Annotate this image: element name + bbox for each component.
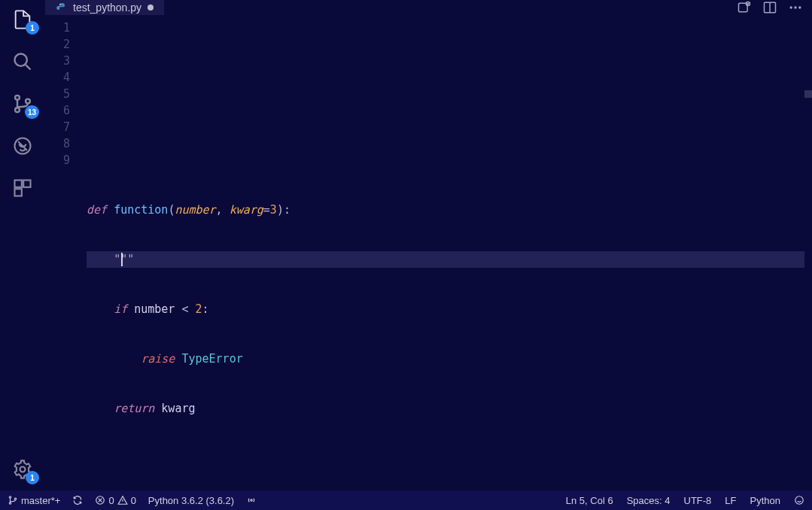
keyword-return: return [114, 402, 154, 415]
param-kwarg: kwarg [230, 203, 263, 217]
svg-point-8 [20, 467, 26, 472]
sync-icon [72, 495, 83, 505]
eol-status[interactable]: LF [725, 495, 736, 506]
language-mode-status[interactable]: Python [750, 495, 780, 506]
error-count: 0 [108, 495, 114, 506]
svg-point-15 [798, 6, 801, 8]
debug-disabled-icon[interactable] [11, 134, 35, 158]
indentation-status[interactable]: Spaces: 4 [627, 495, 671, 506]
activity-bar: 1 13 1 [0, 0, 45, 490]
keyword-def: def [87, 203, 107, 217]
line-number: 5 [45, 86, 70, 102]
tab-label: test_python.py [73, 2, 141, 14]
python-file-icon [56, 2, 67, 14]
svg-point-1 [15, 96, 20, 100]
svg-rect-5 [15, 181, 22, 187]
minimap-slider[interactable] [804, 90, 812, 98]
broadcast-icon [246, 495, 257, 505]
tab-test-python[interactable]: test_python.py [45, 0, 164, 15]
encoding-status[interactable]: UTF-8 [684, 495, 712, 506]
tab-bar: test_python.py [45, 0, 812, 15]
svg-point-3 [26, 99, 30, 104]
svg-point-16 [9, 496, 11, 498]
docstring-quotes: """ [114, 253, 134, 266]
cursor-position-status[interactable]: Ln 5, Col 6 [566, 495, 613, 506]
sync-status[interactable] [72, 495, 83, 505]
active-line: """ [87, 251, 804, 268]
search-icon[interactable] [11, 50, 35, 74]
svg-point-0 [15, 54, 27, 66]
param-number: number [175, 203, 215, 217]
line-number: 1 [45, 20, 70, 36]
line-number: 6 [45, 102, 70, 119]
code-editor[interactable]: 1 2 3 4 5 6 7 8 9 def function(number, k… [45, 15, 812, 490]
dirty-indicator-icon [147, 5, 154, 11]
line-number: 4 [45, 69, 70, 86]
explorer-badge: 1 [26, 21, 39, 35]
keyword-raise: raise [141, 352, 175, 366]
svg-point-21 [795, 496, 804, 505]
feedback-status[interactable] [794, 495, 804, 505]
editor-column: test_python.py 1 2 3 4 5 [45, 0, 812, 490]
svg-point-2 [15, 108, 20, 112]
type-error: TypeError [181, 352, 242, 366]
split-editor-icon[interactable] [762, 0, 777, 15]
tab-actions [737, 0, 812, 15]
svg-rect-7 [15, 189, 22, 196]
source-control-icon[interactable]: 13 [11, 92, 35, 116]
line-number: 8 [45, 135, 70, 152]
svg-point-14 [794, 6, 796, 8]
text-cursor [121, 253, 123, 266]
scm-badge: 13 [25, 105, 39, 119]
line-number: 2 [45, 36, 70, 53]
line-number: 7 [45, 119, 70, 135]
status-bar: master*+ 0 0 Python 3.6.2 (3.6.2) Ln 5, … [0, 490, 812, 510]
problems-status[interactable]: 0 0 [95, 495, 135, 506]
error-icon [95, 495, 105, 505]
code-content[interactable]: def function(number, kwarg=3): """ if nu… [87, 15, 812, 490]
warning-icon [117, 495, 128, 505]
smiley-icon [794, 495, 804, 505]
git-branch-status[interactable]: master*+ [8, 495, 60, 506]
open-changes-icon[interactable] [737, 0, 752, 15]
explorer-icon[interactable]: 1 [11, 8, 35, 32]
svg-point-13 [790, 6, 792, 8]
line-number: 9 [45, 152, 70, 168]
more-actions-icon[interactable] [788, 0, 803, 15]
live-share-status[interactable] [246, 495, 257, 505]
warning-count: 0 [131, 495, 136, 506]
settings-badge: 1 [26, 471, 39, 484]
function-name: function [114, 203, 168, 217]
svg-rect-6 [23, 181, 30, 187]
branch-icon [8, 495, 18, 505]
extensions-icon[interactable] [11, 176, 35, 200]
svg-point-20 [251, 499, 252, 501]
settings-gear-icon[interactable]: 1 [11, 457, 35, 481]
keyword-if: if [114, 302, 127, 316]
line-number-gutter: 1 2 3 4 5 6 7 8 9 [45, 15, 87, 490]
svg-point-9 [59, 4, 60, 5]
line-number: 3 [45, 53, 70, 69]
branch-label: master*+ [21, 495, 60, 506]
python-interpreter-status[interactable]: Python 3.6.2 (3.6.2) [148, 495, 234, 506]
python-version-label: Python 3.6.2 (3.6.2) [148, 495, 234, 506]
svg-point-17 [9, 502, 11, 504]
svg-point-18 [14, 498, 16, 499]
